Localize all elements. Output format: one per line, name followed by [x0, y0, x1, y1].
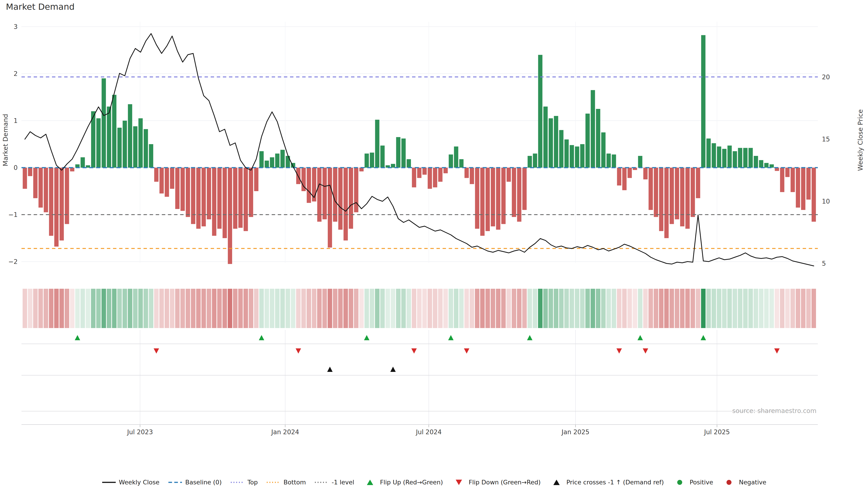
heatmap-cell: [764, 289, 769, 328]
heatmap-cell: [449, 289, 453, 328]
demand-bar: [785, 168, 789, 177]
legend-swatch-circle-icon: [722, 479, 736, 486]
flip-down-marker: [643, 348, 648, 354]
demand-bar: [617, 168, 621, 186]
legend-item-flip-up-red-green-[interactable]: Flip Up (Red→Green): [363, 479, 443, 486]
chart-plot-area[interactable]: [0, 0, 868, 488]
heatmap-cell: [612, 289, 616, 328]
heatmap-cell: [91, 289, 95, 328]
demand-bar: [712, 143, 716, 168]
demand-bar: [754, 156, 758, 168]
heatmap-cell: [706, 289, 711, 328]
demand-bar: [133, 126, 137, 168]
flip-up-marker: [638, 335, 643, 340]
heatmap-cell: [259, 289, 264, 328]
legend-item-label: Price crosses -1 ↑ (Demand ref): [566, 479, 664, 486]
demand-bar: [764, 163, 769, 168]
heatmap-cell: [307, 289, 311, 328]
legend-item-weekly-close[interactable]: Weekly Close: [102, 479, 160, 486]
demand-bar: [585, 113, 590, 168]
demand-bar: [265, 161, 269, 168]
demand-bar: [196, 168, 200, 229]
demand-bar: [380, 145, 385, 168]
legend-item-label: Top: [248, 479, 258, 486]
heatmap-cell: [228, 289, 232, 328]
heatmap-cell: [607, 289, 611, 328]
demand-bar: [123, 121, 127, 168]
heatmap-cell: [359, 289, 364, 328]
legend-swatch-dash-icon: [168, 479, 182, 486]
flip-up-marker: [75, 335, 80, 340]
demand-bar: [643, 168, 648, 180]
heatmap-cell: [785, 289, 790, 328]
heatmap-cell: [333, 289, 338, 328]
demand-bar: [212, 168, 216, 236]
demand-bar: [575, 147, 579, 168]
heatmap-cell: [254, 289, 258, 328]
demand-bar: [780, 168, 784, 192]
heatmap-cell: [285, 289, 290, 328]
heatmap-cell: [349, 289, 353, 328]
demand-bar: [517, 168, 522, 222]
heatmap-cell: [585, 289, 590, 328]
heatmap-cell: [123, 289, 127, 328]
heatmap-cell: [538, 289, 542, 328]
heatmap-cell: [207, 289, 211, 328]
legend-item-label: Flip Up (Red→Green): [380, 479, 443, 486]
demand-bar: [370, 153, 374, 168]
demand-bar: [491, 168, 495, 226]
flip-down-marker: [154, 348, 159, 354]
demand-bar: [112, 95, 116, 168]
demand-bar: [254, 168, 258, 191]
demand-bar: [407, 159, 411, 168]
heatmap-cell: [443, 289, 448, 328]
heatmap-cell: [733, 289, 737, 328]
heatmap-cell: [322, 289, 327, 328]
demand-bar: [690, 168, 695, 217]
legend-swatch-line-icon: [102, 479, 116, 486]
legend-item-baseline-0-[interactable]: Baseline (0): [168, 479, 221, 486]
heatmap-cell: [770, 289, 774, 328]
demand-bar: [659, 168, 663, 231]
demand-bar: [443, 168, 448, 173]
demand-bar: [607, 154, 611, 168]
legend-item-price-crosses-1-demand-ref-[interactable]: Price crosses -1 ↑ (Demand ref): [549, 479, 664, 486]
heatmap-cell: [685, 289, 690, 328]
demand-bar: [65, 168, 69, 224]
heatmap-cell: [54, 289, 59, 328]
demand-bar: [664, 168, 669, 238]
legend-swatch-circle-icon: [673, 479, 687, 486]
heatmap-cell: [406, 289, 411, 328]
heatmap-cell: [86, 289, 90, 328]
heatmap-cell: [212, 289, 217, 328]
legend-item-bottom[interactable]: Bottom: [266, 479, 306, 486]
demand-bar: [191, 168, 195, 224]
demand-bar: [759, 160, 763, 168]
demand-bar: [591, 90, 595, 168]
heatmap-cell: [743, 289, 748, 328]
demand-bar: [223, 168, 227, 238]
demand-bar: [349, 168, 353, 229]
demand-bar: [217, 168, 221, 229]
legend-item-negative[interactable]: Negative: [722, 479, 766, 486]
demand-bar: [365, 154, 369, 168]
legend-item--1-level[interactable]: -1 level: [314, 479, 354, 486]
demand-bar: [449, 155, 453, 168]
heatmap-cell: [128, 289, 132, 328]
legend-item-flip-down-green-red-[interactable]: Flip Down (Green→Red): [452, 479, 541, 486]
demand-bar: [202, 168, 206, 226]
heatmap-cell: [712, 289, 716, 328]
heatmap-cell: [222, 289, 227, 328]
legend-item-positive[interactable]: Positive: [673, 479, 713, 486]
demand-bar: [333, 168, 337, 222]
weekly-close-line: [25, 34, 814, 266]
demand-bar: [54, 168, 59, 247]
flip-up-marker: [259, 335, 264, 340]
flip-down-marker: [616, 348, 622, 354]
heatmap-cell: [622, 289, 627, 328]
flip-down-marker: [464, 348, 469, 354]
legend-item-top[interactable]: Top: [230, 479, 258, 486]
demand-bar: [249, 168, 253, 217]
demand-bar: [717, 147, 721, 168]
heatmap-cell: [412, 289, 416, 328]
